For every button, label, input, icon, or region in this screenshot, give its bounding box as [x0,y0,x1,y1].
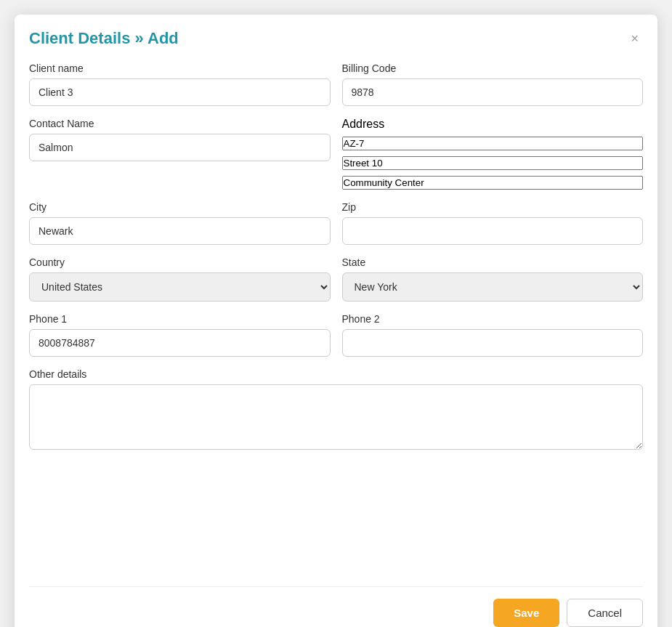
client-details-modal: Client Details » Add × Client name Billi… [15,15,657,627]
client-name-input[interactable] [29,78,331,106]
other-details-label: Other details [29,368,643,380]
contact-name-group: Contact Name [29,118,331,190]
address-line3-input[interactable] [342,176,644,190]
row-country-state: Country United StatesCanadaUnited Kingdo… [29,256,643,302]
modal-footer: Save Cancel [29,586,643,627]
modal-header: Client Details » Add × [29,29,643,48]
billing-code-input[interactable] [342,78,644,106]
city-input[interactable] [29,217,331,245]
city-label: City [29,201,331,213]
phone1-group: Phone 1 [29,313,331,357]
address-line1-input[interactable] [342,137,644,150]
other-details-group: Other details [29,368,643,450]
phone2-label: Phone 2 [342,313,644,325]
close-button[interactable]: × [626,31,643,46]
state-group: State New YorkCaliforniaTexasFloridaIlli… [342,256,644,302]
contact-name-label: Contact Name [29,118,331,129]
phone1-input[interactable] [29,329,331,357]
other-details-textarea[interactable] [29,384,643,450]
row-contact-address: Contact Name Address [29,118,643,190]
contact-name-input[interactable] [29,134,331,161]
modal-title: Client Details » Add [29,29,179,48]
phone1-label: Phone 1 [29,313,331,325]
state-label: State [342,256,644,268]
state-select[interactable]: New YorkCaliforniaTexasFloridaIllinois [342,272,644,302]
phone2-group: Phone 2 [342,313,644,357]
country-label: Country [29,256,331,268]
zip-label: Zip [342,201,644,213]
row-client-billing: Client name Billing Code [29,62,643,106]
city-group: City [29,201,331,245]
country-select[interactable]: United StatesCanadaUnited KingdomAustral… [29,272,331,302]
save-button[interactable]: Save [493,599,559,627]
address-line2-input[interactable] [342,156,644,170]
billing-code-group: Billing Code [342,62,644,106]
row-city-zip: City Zip [29,201,643,245]
zip-input[interactable] [342,217,644,245]
form-body: Client name Billing Code Contact Name Ad… [29,62,643,579]
cancel-button[interactable]: Cancel [567,599,643,627]
client-name-label: Client name [29,62,331,74]
country-group: Country United StatesCanadaUnited Kingdo… [29,256,331,302]
address-group: Address [342,118,644,190]
row-phones: Phone 1 Phone 2 [29,313,643,357]
address-label: Address [342,118,644,131]
billing-code-label: Billing Code [342,62,644,74]
phone2-input[interactable] [342,329,644,357]
zip-group: Zip [342,201,644,245]
client-name-group: Client name [29,62,331,106]
